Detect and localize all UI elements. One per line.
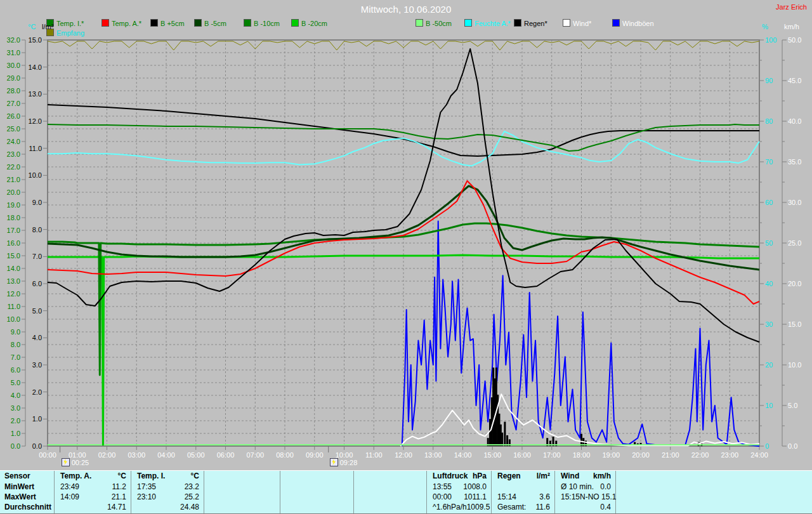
celsius-tick-label: 9.0 <box>11 328 20 336</box>
sensor-unit: °C <box>171 471 204 482</box>
weather-app-window: Mittwoch, 10.06.2020 Jarz Erich Temp. I.… <box>0 0 812 514</box>
hour-tick-label: 08:00 <box>276 451 294 459</box>
celsius-tick-label: 26.0 <box>7 112 20 120</box>
table-group-header: Windkm/h <box>555 471 615 482</box>
stat-time-cell <box>354 482 394 492</box>
celsius-tick-label: 5.0 <box>11 379 20 386</box>
celsius-tick-label: 3.0 <box>11 404 20 412</box>
kmh-tick-label: 20.0 <box>788 280 801 287</box>
celsius-tick-label: 18.0 <box>7 214 20 221</box>
stat-time-cell: Gesamt: <box>492 502 527 512</box>
celsius-tick-label: 11.0 <box>7 303 20 310</box>
table-row: Gesamt:11.6 <box>492 502 554 512</box>
hour-tick-label: 04:00 <box>157 451 175 459</box>
liters-tick-label: 8.0 <box>32 226 42 234</box>
event-marker-time: 09:28 <box>340 459 358 466</box>
table-group-header: Temp. I.°C <box>131 471 204 482</box>
stat-value-cell: 11.2 <box>96 482 131 492</box>
stat-value-cell <box>394 482 426 492</box>
hour-tick-label: 20:00 <box>632 451 650 459</box>
table-row: 24.48 <box>131 502 204 512</box>
stat-time-cell <box>204 482 246 492</box>
celsius-tick-label: 24.0 <box>7 138 20 145</box>
liters-tick-label: 2.0 <box>32 388 42 396</box>
percent-tick-label: 90 <box>765 77 773 84</box>
stat-value-cell <box>394 492 426 502</box>
hour-tick-label: 03:00 <box>128 451 145 459</box>
celsius-tick-label: 32.0 <box>7 36 20 44</box>
celsius-tick-label: 13.0 <box>7 277 20 285</box>
stat-time-cell <box>354 492 394 502</box>
hour-tick-label: 11:00 <box>365 451 383 459</box>
table-row: 0.4 <box>555 502 615 512</box>
series-line-b-p5cm <box>48 49 759 342</box>
stat-value-cell: 14.71 <box>96 502 131 512</box>
table-group-empty <box>280 471 354 513</box>
stat-value-cell: 11.6 <box>527 502 554 512</box>
sensor-name: Temp. A. <box>55 471 96 482</box>
hour-tick-label: 19:00 <box>602 451 620 459</box>
stat-value-cell <box>246 482 280 492</box>
celsius-tick-label: 20.0 <box>7 188 20 196</box>
celsius-tick-label: 27.0 <box>7 100 20 107</box>
event-marker: 09:28 <box>330 458 358 466</box>
table-row <box>204 502 280 512</box>
stat-time-cell <box>204 502 246 512</box>
percent-tick-label: 80 <box>765 117 773 125</box>
sensor-name <box>354 471 394 482</box>
table-group-header <box>204 471 280 482</box>
stat-time-cell <box>55 502 96 512</box>
kmh-tick-label: 30.0 <box>788 199 801 206</box>
table-row: 13:551008.0 <box>427 482 491 492</box>
liters-tick-label: 3.0 <box>32 361 42 369</box>
sensor-unit <box>394 471 426 482</box>
stat-value-cell: 23.2 <box>171 482 204 492</box>
celsius-tick-label: 22.0 <box>7 163 20 171</box>
table-group-Temp. I.: Temp. I.°C17:3523.223:1025.224.48 <box>131 471 204 513</box>
celsius-tick-label: 8.0 <box>11 341 20 348</box>
celsius-tick-label: 12.0 <box>7 290 20 298</box>
percent-tick-label: 40 <box>765 280 773 287</box>
celsius-tick-label: 19.0 <box>7 201 20 209</box>
hour-tick-label: 07:00 <box>246 451 264 459</box>
celsius-tick-label: 30.0 <box>7 62 20 69</box>
kmh-tick-label: 50.0 <box>788 36 801 44</box>
hour-tick-label: 05:00 <box>187 451 205 459</box>
stat-value-cell: N-NO 15.1 <box>580 492 620 502</box>
hour-tick-label: 12:00 <box>395 451 412 459</box>
stat-value-cell <box>246 492 280 502</box>
table-row-label: MinWert <box>0 482 54 492</box>
celsius-tick-label: 1.0 <box>11 430 20 437</box>
sensor-name: Regen <box>492 471 527 482</box>
stat-value-cell <box>246 502 280 512</box>
table-row: 14:0921.1 <box>55 492 131 502</box>
table-group-header <box>280 471 353 482</box>
hour-tick-label: 02:00 <box>98 451 116 459</box>
celsius-tick-label: 31.0 <box>7 49 20 56</box>
hour-tick-label: 22:00 <box>691 451 709 459</box>
table-group-Regen: Regenl/m²15:143.6Gesamt:11.6 <box>492 471 555 513</box>
hour-tick-label: 16:00 <box>513 451 531 459</box>
weather-chart: 0.01.02.03.04.05.06.07.08.09.010.011.012… <box>0 0 812 473</box>
liters-tick-label: 7.0 <box>32 253 42 260</box>
stat-time-cell <box>492 482 527 492</box>
lightning-bolt-glyph <box>332 459 336 465</box>
kmh-tick-label: 45.0 <box>788 77 801 84</box>
liters-tick-label: 11.0 <box>29 145 42 152</box>
hour-tick-label: 18:00 <box>573 451 591 459</box>
table-row <box>280 492 353 502</box>
stat-value-cell: 3.6 <box>527 492 554 502</box>
sensor-name <box>204 471 246 482</box>
kmh-tick-label: 10.0 <box>788 361 801 369</box>
stat-time-cell <box>354 502 394 512</box>
celsius-tick-label: 25.0 <box>7 125 20 133</box>
stat-time-cell <box>204 492 246 502</box>
liters-tick-label: 1.0 <box>32 415 42 423</box>
hour-tick-label: 23:00 <box>721 451 738 459</box>
liters-tick-label: 6.0 <box>32 280 42 287</box>
table-group-header <box>354 471 426 482</box>
table-row: 15:15N-NO 15.1 <box>555 492 615 502</box>
stat-value-cell: 21.1 <box>96 492 131 502</box>
table-row: Ø 10 min.0.0 <box>555 482 615 492</box>
table-group-empty <box>354 471 427 513</box>
